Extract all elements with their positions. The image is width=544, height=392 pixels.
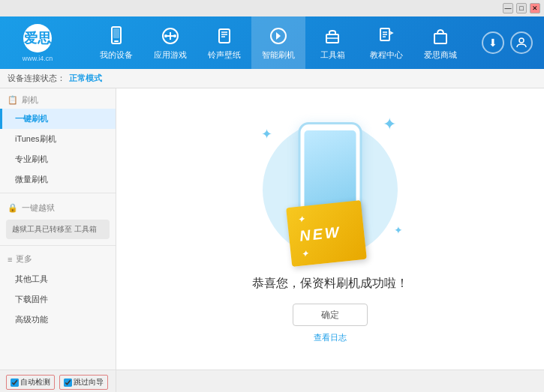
nav-my-device-label: 我的设备 xyxy=(100,49,133,61)
ringtone-icon xyxy=(214,25,235,46)
flash-title-icon: 📋 xyxy=(8,95,18,105)
auto-detect-label: 自动检测 xyxy=(20,377,50,388)
nav-tutorial-label: 教程中心 xyxy=(370,49,403,61)
pro-flash-label: 专业刷机 xyxy=(15,154,48,163)
sidebar-divider-1 xyxy=(0,193,116,193)
success-text: 恭喜您，保资料刷机成功啦！ xyxy=(252,276,408,292)
sidebar: 📋 刷机 一键刷机 iTunes刷机 专业刷机 微量刷机 🔒 一键越狱 越狱工具… xyxy=(0,88,116,370)
sidebar-jailbreak-notice: 越狱工具已转移至 工具箱 xyxy=(6,220,110,239)
other-tools-label: 其他工具 xyxy=(15,274,48,283)
minimize-button[interactable]: — xyxy=(503,3,513,13)
bottom-section: 自动检测 跳过向导 📱 iPhone 12 mini 64GB Down-12m… xyxy=(0,370,544,392)
toolbox-icon xyxy=(322,25,343,46)
jailbreak-title-text: 一键越狱 xyxy=(22,202,55,214)
sidebar-jailbreak-title: 🔒 一键越狱 xyxy=(0,196,116,217)
download-firmware-label: 下载固件 xyxy=(15,295,48,304)
itunes-flash-label: iTunes刷机 xyxy=(15,134,56,143)
header: 爱思 www.i4.cn 我的设备 xyxy=(0,16,544,69)
confirm-button[interactable]: 确定 xyxy=(293,304,368,326)
skip-wizard-checkbox-group: 跳过向导 xyxy=(59,375,108,390)
sparkle-1: ✦ xyxy=(261,126,272,142)
smart-flash-icon xyxy=(268,25,289,46)
nav-tutorial[interactable]: 教程中心 xyxy=(359,16,413,69)
sidebar-item-itunes-flash[interactable]: iTunes刷机 xyxy=(0,129,116,149)
bottom-sidebar: 自动检测 跳过向导 📱 iPhone 12 mini 64GB Down-12m… xyxy=(0,370,116,392)
sidebar-more-title: ≡ 更多 xyxy=(0,249,116,269)
status-bar: 设备连接状态： 正常模式 xyxy=(0,69,544,88)
checkboxes-row: 自动检测 跳过向导 xyxy=(6,375,110,390)
flash-title-text: 刷机 xyxy=(22,94,38,106)
nav-ringtone-label: 铃声壁纸 xyxy=(208,49,241,61)
nav-ringtone[interactable]: 铃声壁纸 xyxy=(197,16,251,69)
nav-bar: 我的设备 应用游戏 xyxy=(75,16,482,69)
new-badge: ✦ NEW ✦ xyxy=(286,200,367,267)
nav-store-label: 爱思商城 xyxy=(424,49,457,61)
close-button[interactable]: ✕ xyxy=(530,3,540,13)
nav-toolbox[interactable]: 工具箱 xyxy=(305,16,359,69)
nav-app-game-label: 应用游戏 xyxy=(154,49,187,61)
back-log-label: 查看日志 xyxy=(314,333,347,342)
nav-my-device[interactable]: 我的设备 xyxy=(89,16,143,69)
confirm-button-label: 确定 xyxy=(321,309,339,322)
svg-point-20 xyxy=(519,38,524,43)
sidebar-item-other-tools[interactable]: 其他工具 xyxy=(0,269,116,289)
advanced-label: 高级功能 xyxy=(15,315,48,324)
new-badge-text: NEW xyxy=(299,223,342,244)
tutorial-icon xyxy=(376,25,397,46)
logo-icon: 爱思 xyxy=(23,24,52,52)
svg-point-6 xyxy=(164,34,167,37)
status-mode: 正常模式 xyxy=(69,73,102,84)
jailbreak-notice-text: 越狱工具已转移至 工具箱 xyxy=(12,225,97,233)
my-device-icon xyxy=(106,25,127,46)
sidebar-item-one-key-flash[interactable]: 一键刷机 xyxy=(0,109,116,129)
auto-detect-checkbox-group: 自动检测 xyxy=(6,375,55,390)
sidebar-flash-title: 📋 刷机 xyxy=(0,88,116,109)
svg-point-7 xyxy=(173,34,176,37)
auto-detect-checkbox[interactable] xyxy=(11,379,19,387)
svg-rect-19 xyxy=(434,34,446,43)
logo-area: 爱思 www.i4.cn xyxy=(0,24,75,62)
main-layout: 📋 刷机 一键刷机 iTunes刷机 专业刷机 微量刷机 🔒 一键越狱 越狱工具… xyxy=(0,88,544,370)
status-label: 设备连接状态： xyxy=(8,73,65,84)
nav-smart-flash-label: 智能刷机 xyxy=(262,49,295,61)
app-game-icon xyxy=(160,25,181,46)
nav-smart-flash[interactable]: 智能刷机 xyxy=(251,16,305,69)
more-title-text: 更多 xyxy=(16,253,32,265)
jailbreak-title-icon: 🔒 xyxy=(8,203,18,213)
nav-right-actions: ⬇ xyxy=(482,31,544,54)
svg-rect-8 xyxy=(219,29,230,43)
download-button[interactable]: ⬇ xyxy=(482,31,504,54)
sidebar-item-pro-flash[interactable]: 专业刷机 xyxy=(0,149,116,169)
micro-flash-label: 微量刷机 xyxy=(15,175,48,184)
sidebar-item-advanced[interactable]: 高级功能 xyxy=(0,310,116,330)
sparkle-2: ✦ xyxy=(383,115,396,134)
one-key-flash-label: 一键刷机 xyxy=(15,114,48,123)
skip-wizard-label: 跳过向导 xyxy=(74,377,104,388)
nav-store[interactable]: 爱思商城 xyxy=(413,16,467,69)
svg-rect-2 xyxy=(113,28,119,38)
sparkle-3: ✦ xyxy=(394,224,403,236)
sidebar-item-micro-flash[interactable]: 微量刷机 xyxy=(0,169,116,190)
back-log-button[interactable]: 查看日志 xyxy=(314,332,347,343)
logo-subtitle: www.i4.cn xyxy=(23,55,53,62)
more-title-icon: ≡ xyxy=(8,255,12,264)
title-bar: — □ ✕ xyxy=(0,0,544,16)
nav-toolbox-label: 工具箱 xyxy=(320,49,345,61)
svg-rect-1 xyxy=(114,40,119,42)
skip-wizard-checkbox[interactable] xyxy=(64,379,72,387)
store-icon xyxy=(430,25,451,46)
sidebar-divider-2 xyxy=(0,245,116,246)
sidebar-item-download-firmware[interactable]: 下载固件 xyxy=(0,289,116,310)
maximize-button[interactable]: □ xyxy=(516,3,527,13)
user-button[interactable] xyxy=(510,31,533,54)
content-area: ✦ ✦ ✦ ✦ NEW ✦ 恭喜您，保资料刷机成功啦！ 确定 查看日志 xyxy=(116,88,544,370)
nav-app-game[interactable]: 应用游戏 xyxy=(143,16,197,69)
